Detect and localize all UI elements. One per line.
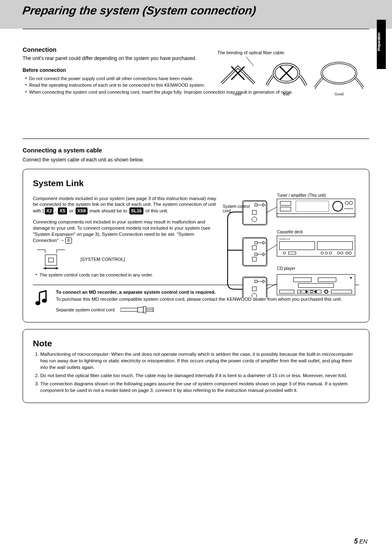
badge-xs8: XS8 bbox=[76, 207, 88, 214]
bend-label: Good bbox=[314, 92, 364, 96]
svg-marker-16 bbox=[44, 267, 46, 269]
svg-point-76 bbox=[42, 299, 47, 303]
jack-icon bbox=[33, 248, 78, 270]
note-list: Malfunctioning of microcomputer: When th… bbox=[33, 351, 359, 394]
plug-caption: Separate system control cord bbox=[56, 307, 115, 312]
badge-xs: XS bbox=[58, 207, 67, 214]
svg-point-63 bbox=[350, 277, 352, 279]
system-cable-section: Connecting a system cable Connect the sy… bbox=[23, 147, 369, 403]
svg-point-8 bbox=[322, 63, 356, 83]
svg-line-26 bbox=[266, 207, 277, 213]
md-note-line2: To purchase this MD recorder compatible … bbox=[56, 296, 359, 302]
jack-note-list: The system control cords can be connecte… bbox=[33, 272, 219, 278]
connection-section: Connection The unit's rear panel could d… bbox=[23, 46, 369, 138]
svg-rect-9 bbox=[45, 255, 57, 265]
side-tab-preparation: Preparation bbox=[377, 20, 386, 69]
svg-rect-78 bbox=[138, 307, 143, 312]
bend-label: Bad bbox=[217, 92, 258, 96]
note-heading: Note bbox=[33, 339, 359, 348]
svg-point-75 bbox=[35, 301, 40, 305]
divider bbox=[23, 29, 369, 30]
svg-line-0 bbox=[246, 57, 254, 66]
system-cable-subtitle: Connect the system cable of each unit as… bbox=[23, 157, 369, 163]
music-note-icon bbox=[33, 289, 51, 309]
cable-bending-illustration: The bending of optical fiber cable. bbox=[217, 50, 369, 96]
svg-marker-17 bbox=[56, 267, 58, 269]
system-link-paragraph-1: Component models included in your system… bbox=[33, 196, 219, 214]
divider bbox=[23, 138, 369, 139]
md-note-line1: To connect an MD recorder, a separate sy… bbox=[56, 289, 359, 295]
svg-rect-10 bbox=[48, 258, 53, 262]
badge-x2: X2 bbox=[45, 207, 53, 214]
page-reference: 6 bbox=[65, 237, 72, 244]
bend-icon-bad-sharp: Bad bbox=[217, 57, 258, 96]
system-link-panel: System Link Component models included in… bbox=[23, 169, 369, 322]
note-item: The connection diagrams shown on the fol… bbox=[40, 380, 359, 394]
bend-icon-bad-loop: Bad bbox=[266, 57, 307, 96]
svg-rect-77 bbox=[120, 308, 138, 311]
md-recorder-note: To connect an MD recorder, a separate sy… bbox=[33, 289, 359, 315]
note-item: Malfunctioning of microcomputer: When th… bbox=[40, 351, 359, 371]
svg-rect-79 bbox=[143, 306, 146, 313]
system-link-paragraph-2: Connecting components not included in yo… bbox=[33, 219, 219, 244]
plug-icon bbox=[120, 305, 170, 315]
system-link-heading: System Link bbox=[33, 178, 359, 188]
svg-rect-28 bbox=[277, 214, 355, 217]
system-control-jack-diagram: [SYSTEM CONTROL] bbox=[33, 248, 219, 270]
page-number: 5 EN bbox=[354, 538, 367, 545]
header-band: Preparing the system (System connection) bbox=[0, 0, 392, 29]
bend-icon-good: Good bbox=[314, 57, 364, 96]
note-panel: Note Malfunctioning of microcomputer: Wh… bbox=[23, 329, 369, 403]
svg-line-61 bbox=[266, 283, 277, 289]
page-title: Preparing the system (System connection) bbox=[22, 4, 257, 17]
svg-text:KENWOOD: KENWOOD bbox=[279, 238, 291, 240]
svg-line-42 bbox=[266, 245, 277, 251]
device-connection-diagram: KENWOOD bbox=[224, 191, 359, 279]
jack-label: [SYSTEM CONTROL] bbox=[81, 257, 125, 262]
note-item: Do not bend the optical fiber cable too … bbox=[40, 372, 359, 379]
system-cable-heading: Connecting a system cable bbox=[23, 147, 369, 154]
bending-caption: The bending of optical fiber cable. bbox=[217, 50, 369, 55]
list-item: The system control cords can be connecte… bbox=[35, 272, 219, 278]
bend-label: Bad bbox=[266, 92, 307, 96]
badge-sl16: SL16 bbox=[129, 207, 143, 214]
